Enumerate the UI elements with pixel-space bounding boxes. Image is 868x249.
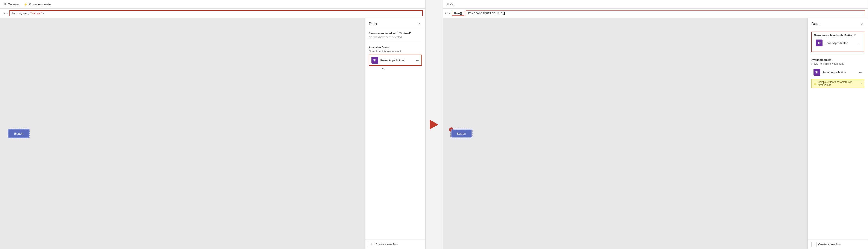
on-select-label: On select	[8, 3, 20, 6]
dropdown-icon: ∨	[6, 12, 8, 15]
monitor-icon: 🖥	[3, 3, 6, 6]
right-button-widget[interactable]: Button	[451, 130, 472, 138]
left-flow-icon	[371, 57, 378, 63]
power-automate-item[interactable]: ⚡ Power Automate	[24, 3, 51, 6]
right-flows-from-env: Flows from this environment	[811, 62, 864, 65]
right-panel: 🖥 On fx ∨ Run() PowerAppsbutton.Run( × B…	[443, 0, 868, 249]
right-flow-icon	[813, 69, 820, 76]
right-flows-associated-title: Flows associated with 'Button1'	[813, 34, 862, 37]
right-flow-more[interactable]: ···	[859, 70, 862, 75]
right-topbar: 🖥 On	[443, 0, 868, 8]
right-create-flow[interactable]: + Create a new flow	[808, 239, 868, 249]
left-panel: 🖥 On select ⚡ Power Automate fx ∨ Set(my…	[0, 0, 426, 249]
svg-point-1	[373, 59, 374, 60]
right-available-flows-title: Available flows	[811, 58, 864, 61]
cursor-icon: ↖	[382, 66, 422, 71]
left-create-flow-section: + Create a new flow	[366, 239, 425, 249]
power-automate-label: Power Automate	[29, 3, 51, 6]
right-flow-icon-svg	[815, 70, 819, 74]
warning-icon: ⚠	[814, 82, 816, 85]
right-selected-flow-icon	[816, 39, 823, 47]
svg-point-5	[817, 42, 818, 43]
right-fx-label: fx ∨	[445, 11, 451, 15]
right-data-panel-close[interactable]: ×	[860, 22, 864, 26]
right-formula-text: PowerAppsbutton.Run(	[468, 11, 504, 15]
warning-text: Complete flow's parameters in formula ba…	[818, 81, 859, 87]
warning-badge: ⚠ Complete flow's parameters in formula …	[811, 79, 864, 88]
left-create-flow-label: Create a new flow	[376, 243, 398, 246]
right-selected-flow-name: Power Apps button	[825, 42, 855, 45]
svg-point-9	[815, 71, 816, 72]
right-data-panel-title: Data	[811, 22, 819, 26]
right-selected-flow-more[interactable]: ···	[857, 41, 860, 45]
svg-point-6	[820, 42, 820, 43]
right-on-select-item[interactable]: 🖥 On	[446, 3, 455, 6]
fx-label: fx ∨	[3, 11, 8, 15]
right-formula-area: Run() PowerAppsbutton.Run(	[452, 10, 865, 16]
right-canvas: × Button Data × Flows associated with 'B…	[443, 18, 868, 249]
svg-point-10	[817, 71, 818, 72]
left-flows-associated-title: Flows associated with 'Button1'	[369, 32, 422, 35]
left-data-panel-close[interactable]: ×	[417, 22, 422, 26]
svg-point-2	[375, 59, 376, 60]
warning-close-btn[interactable]: ×	[861, 82, 862, 85]
right-formula-input[interactable]: PowerAppsbutton.Run(	[466, 10, 865, 16]
left-formula-bar: fx ∨ Set(myvar,"Value")	[0, 8, 425, 18]
right-create-flow-section: + Create a new flow	[808, 239, 868, 249]
left-create-flow[interactable]: + Create a new flow	[366, 239, 425, 249]
right-formula-bar: fx ∨ Run() PowerAppsbutton.Run(	[443, 8, 868, 18]
left-no-flows-text: No flows have been selected.	[369, 36, 422, 39]
left-formula-input[interactable]: Set(myvar,"Value")	[9, 10, 423, 16]
svg-point-11	[816, 73, 817, 74]
right-dropdown-icon: ∨	[449, 12, 450, 15]
right-arrow-shape	[430, 120, 438, 129]
right-flow-item[interactable]: Power Apps button ···	[811, 67, 864, 77]
svg-point-3	[374, 61, 375, 61]
right-flows-associated-box: Flows associated with 'Button1' Powe	[811, 32, 864, 52]
right-create-flow-icon: +	[811, 242, 816, 247]
right-flow-name: Power Apps button	[823, 71, 857, 74]
right-data-panel-header: Data ×	[808, 18, 868, 28]
svg-point-7	[819, 44, 819, 44]
right-fx-symbol: f	[445, 11, 446, 15]
left-flow-item[interactable]: Power Apps button ···	[369, 55, 422, 66]
fx-symbol: f	[3, 11, 3, 15]
left-button-widget[interactable]: Button	[8, 130, 29, 138]
left-button-label: Button	[14, 132, 23, 135]
right-button-label: Button	[457, 132, 466, 135]
formula-text-left: Set(myvar,"Value")	[11, 11, 44, 15]
left-create-flow-icon: +	[369, 242, 374, 247]
left-topbar: 🖥 On select ⚡ Power Automate	[0, 0, 425, 8]
transition-arrow	[426, 0, 443, 249]
left-flows-associated-section: Flows associated with 'Button1' No flows…	[366, 28, 425, 75]
right-flows-associated-section: Flows associated with 'Button1' Powe	[808, 28, 868, 93]
left-available-flows-title: Available flows	[369, 46, 422, 49]
left-flow-more[interactable]: ···	[416, 58, 419, 62]
right-formula-title: Run()	[452, 11, 464, 16]
left-flow-name: Power Apps button	[380, 59, 414, 62]
left-flows-from-env: Flows from this environment	[369, 50, 422, 53]
left-data-panel: Data × Flows associated with 'Button1' N…	[365, 18, 425, 249]
right-data-panel: Data × Flows associated with 'Button1'	[808, 18, 868, 249]
left-data-panel-title: Data	[369, 22, 377, 26]
automate-icon: ⚡	[24, 3, 28, 6]
left-flow-icon-svg	[373, 58, 377, 62]
right-monitor-icon: 🖥	[446, 3, 449, 6]
left-data-panel-header: Data ×	[366, 18, 425, 28]
right-on-label: On	[451, 3, 455, 6]
cursor-blink	[504, 11, 505, 15]
on-select-item[interactable]: 🖥 On select	[3, 3, 20, 6]
left-canvas: Button Data × Flows associated with 'But…	[0, 18, 425, 249]
right-selected-flow-svg	[817, 41, 821, 45]
right-selected-flow-item[interactable]: Power Apps button ···	[813, 38, 862, 48]
right-create-flow-label: Create a new flow	[818, 243, 840, 246]
right-button-container: × Button	[451, 130, 472, 138]
